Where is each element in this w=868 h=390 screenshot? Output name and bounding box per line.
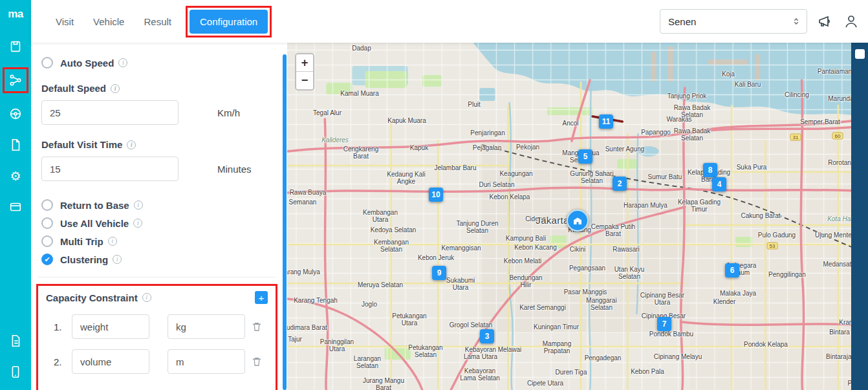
user-icon [843, 14, 859, 29]
sidebar-item-mobile[interactable] [5, 362, 26, 382]
sidebar-item-vehicle[interactable] [5, 103, 26, 124]
default-speed-label-row: Default Speed [41, 83, 272, 94]
checkbox[interactable] [41, 235, 53, 247]
nav-tabs: Visit Vehicle Result Configuration [48, 6, 272, 38]
sidebar-item-routing[interactable] [5, 70, 26, 91]
checkbox-label: Use All Vehicle [60, 218, 129, 229]
checkbox-label: Clustering [60, 254, 108, 265]
zoom-out-button[interactable]: − [296, 72, 313, 89]
info-icon[interactable] [134, 200, 143, 210]
delete-capacity-button[interactable] [251, 321, 263, 332]
phone-icon [8, 365, 23, 379]
map-marker-6[interactable]: 6 [725, 263, 739, 277]
checkbox-multi-trip[interactable]: Multi Trip [41, 235, 272, 247]
map-marker-7[interactable]: 7 [657, 317, 671, 331]
config-panel: Auto Speed Default Speed Km/h Defa [31, 43, 283, 390]
annotation-box-configuration: Configuration [186, 6, 272, 38]
capacity-unit-input[interactable] [168, 314, 245, 339]
default-visit-time-unit: Minutes [217, 164, 252, 175]
checkbox[interactable] [41, 199, 53, 211]
add-capacity-button[interactable]: + [255, 291, 268, 304]
zoom-in-button[interactable]: + [296, 54, 313, 72]
map-marker-2[interactable]: 2 [613, 177, 627, 191]
map-marker-4[interactable]: 4 [712, 177, 726, 191]
tab-result[interactable]: Result [136, 11, 179, 32]
checkbox[interactable] [41, 254, 53, 265]
default-visit-time-label-row: Default Visit Time [41, 139, 272, 150]
sidebar-item-report[interactable] [5, 135, 26, 155]
info-icon[interactable] [113, 255, 122, 264]
tab-visit[interactable]: Visit [48, 11, 81, 32]
default-speed-group: Default Speed Km/h [41, 83, 272, 125]
delete-capacity-button[interactable] [251, 356, 263, 367]
orders-icon [8, 39, 23, 54]
info-icon[interactable] [111, 84, 120, 93]
scrollbar-thumb[interactable] [283, 54, 287, 390]
depot-building-icon [572, 215, 583, 226]
capacity-name-input[interactable] [72, 314, 149, 339]
checkbox[interactable] [41, 217, 53, 229]
field-label: Default Visit Time [41, 139, 122, 150]
info-icon[interactable] [127, 140, 136, 149]
info-icon[interactable] [133, 219, 142, 228]
topbar-right: Senen [660, 9, 859, 34]
topbar: Visit Vehicle Result Configuration Senen [31, 0, 868, 43]
branch-select[interactable]: Senen [660, 9, 807, 34]
capacity-header: Capacity Constraint + [46, 291, 268, 304]
card-icon [8, 200, 23, 214]
app-sidebar: ma ⚙ [0, 0, 31, 390]
default-speed-input[interactable] [41, 100, 179, 125]
default-visit-time-group: Default Visit Time Minutes [41, 139, 272, 181]
checkbox-auto-speed[interactable]: Auto Speed [41, 57, 272, 69]
map-marker-10[interactable]: 10 [429, 188, 443, 202]
content-area: Auto Speed Default Speed Km/h Defa [31, 43, 868, 390]
default-speed-unit: Km/h [217, 107, 240, 118]
info-icon[interactable] [118, 58, 127, 67]
field-label: Default Speed [41, 83, 106, 94]
announcements-button[interactable] [818, 14, 833, 29]
branch-select-value: Senen [668, 16, 696, 27]
capacity-name-input[interactable] [72, 349, 149, 374]
map[interactable]: DadapKamal MuaraTegal AlurKapuk MuaraPlu… [287, 43, 868, 390]
tab-configuration[interactable]: Configuration [190, 10, 268, 34]
user-menu-button[interactable] [843, 14, 859, 29]
info-icon[interactable] [142, 293, 151, 302]
sidebar-item-documents[interactable] [5, 330, 26, 351]
sidebar-item-billing[interactable] [5, 197, 26, 217]
divider [38, 277, 276, 277]
tab-vehicle[interactable]: Vehicle [85, 11, 132, 32]
map-marker-3[interactable]: 3 [480, 329, 494, 343]
sidebar-nav: ⚙ [3, 36, 28, 217]
map-marker-11[interactable]: 11 [599, 114, 613, 129]
sidebar-item-settings[interactable]: ⚙ [5, 166, 26, 186]
right-dock [851, 43, 868, 390]
sidebar-item-orders[interactable] [5, 36, 26, 57]
app-window: ma ⚙ [0, 0, 868, 390]
checkbox-return-to-base[interactable]: Return to Base [41, 199, 272, 211]
capacity-row: 1. [46, 314, 268, 339]
sidebar-nav-bottom [5, 330, 26, 382]
map-marker-9[interactable]: 9 [432, 266, 446, 280]
checkbox-use-all-vehicle[interactable]: Use All Vehicle [41, 217, 272, 229]
document-icon [8, 334, 23, 348]
capacity-constraint-section: Capacity Constraint + 1. 2. [36, 284, 277, 390]
gear-icon: ⚙ [10, 170, 21, 182]
panel-scrollbar[interactable] [283, 43, 287, 390]
default-visit-time-input[interactable] [41, 157, 179, 181]
checkbox-clustering[interactable]: Clustering [41, 254, 272, 265]
dock-panel-icon[interactable] [855, 49, 865, 59]
route-icon [8, 73, 23, 87]
map-depot-marker[interactable] [567, 210, 589, 232]
megaphone-icon [818, 14, 833, 29]
map-marker-5[interactable]: 5 [578, 149, 592, 164]
info-icon[interactable] [108, 237, 117, 246]
trash-icon [251, 356, 263, 367]
map-marker-8[interactable]: 8 [703, 163, 717, 177]
app-logo: ma [8, 8, 23, 21]
capacity-title: Capacity Constraint [46, 292, 138, 303]
checkbox-label: Multi Trip [60, 236, 103, 247]
capacity-row-index: 2. [54, 356, 72, 367]
capacity-unit-input[interactable] [168, 349, 245, 374]
checkbox[interactable] [41, 57, 53, 69]
file-icon [8, 138, 23, 152]
